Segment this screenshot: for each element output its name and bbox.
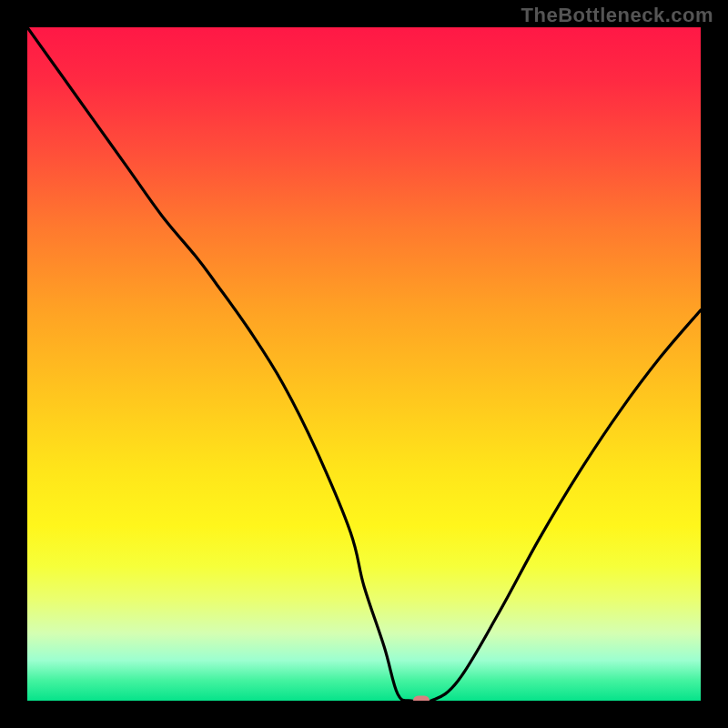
plot-area <box>27 27 701 701</box>
chart-frame: TheBottleneck.com <box>0 0 728 728</box>
optimal-point-marker <box>413 696 430 702</box>
watermark-text: TheBottleneck.com <box>521 4 713 27</box>
bottleneck-curve <box>27 27 701 701</box>
curve-path <box>27 27 701 701</box>
